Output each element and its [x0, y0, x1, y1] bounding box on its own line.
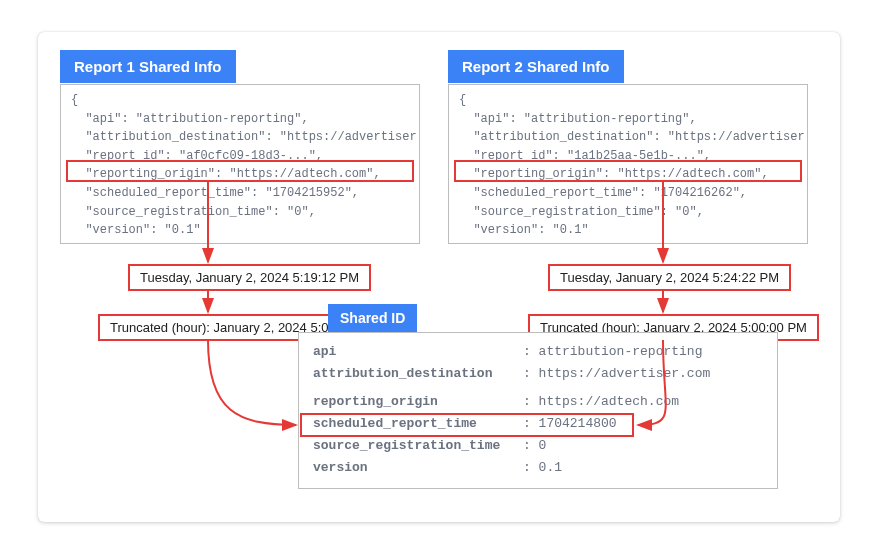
report1-title-tab: Report 1 Shared Info	[60, 50, 236, 83]
diagram-canvas: Report 1 Shared Info { "api": "attributi…	[0, 0, 878, 555]
shared-row-scheduled: scheduled_report_time: 1704214800	[313, 413, 763, 435]
report2-title-tab: Report 2 Shared Info	[448, 50, 624, 83]
report2-json-box: { "api": "attribution-reporting", "attri…	[448, 84, 808, 244]
report1-readable-time: Tuesday, January 2, 2024 5:19:12 PM	[128, 264, 371, 291]
shared-row-origin: reporting_origin: https://adtech.com	[313, 391, 763, 413]
shared-row-destination: attribution_destination: https://adverti…	[313, 363, 763, 385]
shared-id-title-tab: Shared ID	[328, 304, 417, 332]
report2-json: { "api": "attribution-reporting", "attri…	[459, 93, 808, 244]
shared-row-api: api: attribution-reporting	[313, 341, 763, 363]
report1-title: Report 1 Shared Info	[74, 58, 222, 75]
shared-id-box: api: attribution-reporting attribution_d…	[298, 332, 778, 489]
report1-json-box: { "api": "attribution-reporting", "attri…	[60, 84, 420, 244]
shared-row-source: source_registration_time: 0	[313, 435, 763, 457]
report2-readable-time: Tuesday, January 2, 2024 5:24:22 PM	[548, 264, 791, 291]
diagram-frame: Report 1 Shared Info { "api": "attributi…	[38, 32, 840, 522]
report2-title: Report 2 Shared Info	[462, 58, 610, 75]
report1-json: { "api": "attribution-reporting", "attri…	[71, 93, 420, 244]
shared-row-version: version: 0.1	[313, 457, 763, 479]
shared-id-title: Shared ID	[340, 310, 405, 326]
